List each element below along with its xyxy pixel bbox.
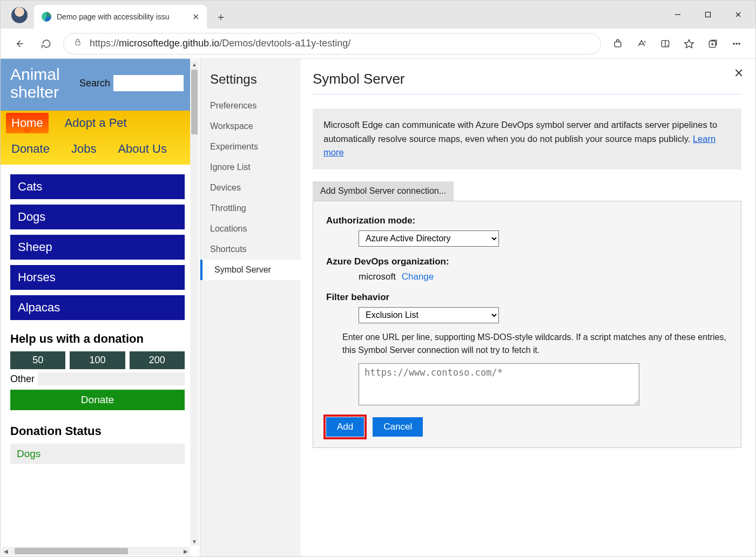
nav-donate[interactable]: Donate	[6, 139, 55, 159]
url-list-textarea[interactable]	[359, 363, 639, 405]
site-title: Animalshelter	[10, 65, 60, 101]
scroll-right-arrow-icon[interactable]: ▶	[181, 547, 190, 555]
category-link[interactable]: Dogs	[10, 205, 185, 229]
settings-title: Settings	[200, 69, 301, 96]
edge-icon	[42, 12, 51, 22]
scroll-left-arrow-icon[interactable]: ◀	[2, 547, 10, 555]
new-tab-button[interactable]: ＋	[211, 7, 231, 26]
other-label: Other	[10, 373, 35, 385]
settings-item-preferences[interactable]: Preferences	[200, 96, 301, 116]
filter-select[interactable]: Exclusion List	[359, 307, 499, 323]
filter-help-text: Enter one URL per line, supporting MS-DO…	[342, 331, 728, 357]
donation-amount-button[interactable]: 100	[70, 351, 125, 369]
info-box: Microsoft Edge can communicate with Azur…	[313, 108, 741, 169]
auth-mode-label: Authorization mode:	[326, 215, 728, 226]
shopping-icon[interactable]	[608, 33, 628, 54]
panel-title: Symbol Server	[313, 71, 741, 94]
url-scheme: https://	[90, 38, 119, 49]
donation-amount-button[interactable]: 200	[130, 351, 185, 369]
svg-marker-10	[685, 39, 694, 47]
refresh-button[interactable]	[36, 33, 57, 54]
back-button[interactable]	[9, 33, 30, 54]
browser-tab[interactable]: Demo page with accessibility issu ✕	[34, 5, 207, 29]
search-label: Search	[79, 78, 110, 89]
window-maximize-button[interactable]	[693, 1, 723, 29]
svg-rect-1	[706, 12, 711, 17]
svg-rect-6	[615, 42, 621, 46]
settings-item-symbol-server[interactable]: Symbol Server	[200, 260, 301, 280]
nav-about[interactable]: About Us	[112, 139, 172, 159]
settings-sidebar: Settings PreferencesWorkspaceExperiments…	[200, 59, 301, 556]
add-connection-button[interactable]: Add Symbol Server connection...	[313, 181, 454, 201]
more-menu-icon[interactable]	[726, 33, 747, 54]
svg-point-16	[739, 43, 740, 44]
reading-list-icon[interactable]	[655, 33, 676, 54]
donation-amount-button[interactable]: 50	[10, 351, 65, 369]
horizontal-scrollbar[interactable]: ◀ ▶	[2, 547, 190, 555]
settings-item-shortcuts[interactable]: Shortcuts	[200, 239, 301, 260]
category-link[interactable]: Sheep	[10, 235, 185, 260]
settings-item-locations[interactable]: Locations	[200, 219, 301, 239]
change-org-link[interactable]: Change	[402, 271, 434, 282]
nav-jobs[interactable]: Jobs	[66, 139, 102, 159]
symbol-server-panel: ✕ Symbol Server Microsoft Edge can commu…	[301, 59, 755, 556]
lock-icon	[73, 38, 82, 49]
tab-title: Demo page with accessibility issu	[57, 12, 170, 21]
settings-item-workspace[interactable]: Workspace	[200, 116, 301, 137]
svg-rect-5	[76, 42, 80, 45]
close-tab-icon[interactable]: ✕	[192, 12, 199, 22]
status-item: Dogs	[10, 444, 185, 464]
nav-adopt[interactable]: Adopt a Pet	[59, 113, 132, 133]
close-panel-icon[interactable]: ✕	[734, 66, 744, 80]
other-amount-input[interactable]	[38, 372, 185, 385]
read-aloud-icon[interactable]	[631, 33, 652, 54]
main-nav: Home Adopt a Pet Donate Jobs About Us	[1, 111, 190, 165]
page-preview-pane: Animalshelter Search Home Adopt a Pet Do…	[1, 59, 200, 556]
cancel-button[interactable]: Cancel	[373, 417, 423, 437]
svg-point-14	[733, 43, 734, 44]
donation-heading: Help us with a donation	[10, 332, 190, 346]
org-label: Azure DevOps organization:	[326, 256, 728, 267]
collections-icon[interactable]	[703, 33, 723, 54]
scroll-thumb[interactable]	[191, 70, 198, 134]
url-field[interactable]: https://microsoftedge.github.io/Demos/de…	[63, 33, 601, 55]
url-host: microsoftedge.github.io	[119, 38, 219, 49]
vertical-scrollbar[interactable]: ▲ ▼	[190, 60, 199, 546]
profile-avatar[interactable]	[11, 7, 28, 23]
favorite-icon[interactable]	[679, 33, 699, 54]
info-text: Microsoft Edge can communicate with Azur…	[323, 120, 717, 144]
settings-item-ignore-list[interactable]: Ignore List	[200, 157, 301, 178]
scroll-up-arrow-icon[interactable]: ▲	[190, 60, 199, 69]
category-link[interactable]: Cats	[10, 174, 185, 199]
org-value: microsoft	[359, 271, 396, 282]
window-titlebar: Demo page with accessibility issu ✕ ＋	[1, 1, 755, 29]
add-button[interactable]: Add	[326, 417, 364, 437]
search-input[interactable]	[113, 75, 184, 91]
svg-point-15	[736, 43, 737, 44]
scroll-down-arrow-icon[interactable]: ▼	[190, 537, 199, 546]
connection-form: Authorization mode: Azure Active Directo…	[313, 201, 741, 448]
settings-item-experiments[interactable]: Experiments	[200, 137, 301, 157]
donate-button[interactable]: Donate	[10, 390, 185, 410]
url-path: /Demos/devtools-a11y-testing/	[219, 38, 350, 49]
address-bar: https://microsoftedge.github.io/Demos/de…	[1, 29, 755, 59]
category-link[interactable]: Alpacas	[10, 295, 185, 320]
settings-item-throttling[interactable]: Throttling	[200, 198, 301, 219]
filter-label: Filter behavior	[326, 292, 728, 303]
window-close-button[interactable]	[723, 1, 753, 29]
window-minimize-button[interactable]	[663, 1, 693, 29]
scroll-thumb[interactable]	[15, 548, 128, 554]
category-link[interactable]: Horses	[10, 265, 185, 290]
nav-home[interactable]: Home	[6, 113, 49, 133]
status-heading: Donation Status	[10, 424, 190, 438]
auth-mode-select[interactable]: Azure Active Directory	[359, 230, 499, 247]
settings-item-devices[interactable]: Devices	[200, 178, 301, 198]
